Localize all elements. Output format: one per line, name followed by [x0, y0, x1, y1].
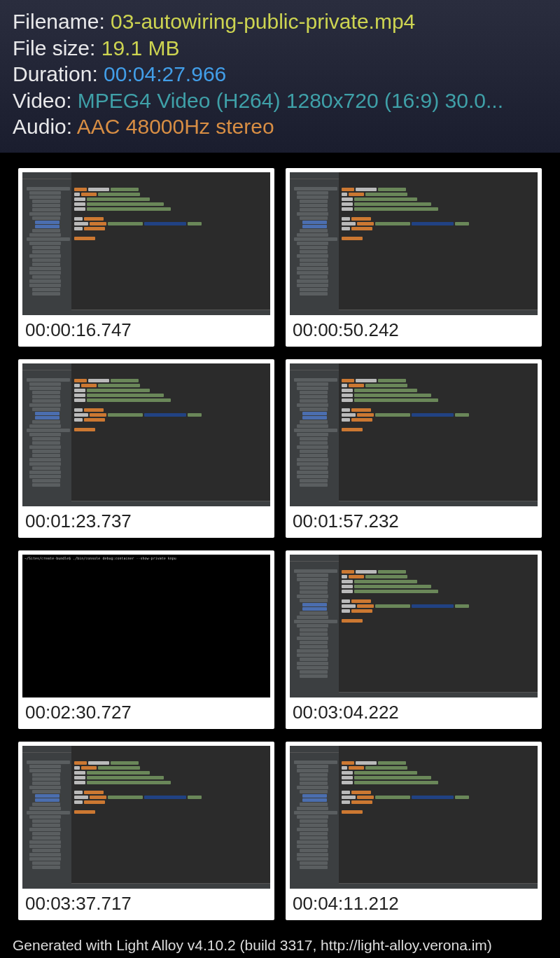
thumbnail-card[interactable]: 00:03:37.717: [18, 742, 274, 920]
duration-label: Duration:: [13, 62, 104, 85]
filename-label: Filename:: [13, 10, 111, 33]
thumbnail-image: [290, 172, 538, 315]
footer-text: Generated with Light Alloy v4.10.2 (buil…: [0, 927, 560, 954]
thumbnail-card[interactable]: 00:00:50.242: [286, 168, 542, 347]
thumbnail-card[interactable]: 00:04:11.212: [286, 742, 542, 920]
thumbnail-image: [290, 746, 538, 889]
video-row: Video: MPEG4 Video (H264) 1280x720 (16:9…: [13, 88, 547, 114]
thumbnail-image: [290, 363, 538, 506]
filename-value: 03-autowiring-public-private.mp4: [111, 10, 415, 33]
thumbnail-card[interactable]: ~/Sites/create-bundle$ ./bin/console deb…: [18, 550, 274, 729]
thumbnail-timestamp: 00:02:30.727: [18, 697, 274, 729]
duration-row: Duration: 00:04:27.966: [13, 61, 547, 88]
audio-label: Audio:: [13, 115, 77, 138]
terminal-line: ~/Sites/create-bundle$ ./bin/console deb…: [22, 555, 270, 562]
audio-value: AAC 48000Hz stereo: [77, 115, 274, 138]
filename-row: Filename: 03-autowiring-public-private.m…: [13, 8, 547, 35]
thumbnail-timestamp: 00:00:16.747: [18, 315, 274, 347]
thumbnail-timestamp: 00:01:57.232: [286, 506, 542, 538]
filesize-label: File size:: [13, 36, 102, 60]
duration-value: 00:04:27.966: [104, 62, 226, 85]
thumbnail-image: [22, 172, 270, 315]
video-label: Video:: [13, 89, 78, 112]
thumbnail-grid: 00:00:16.74700:00:50.24200:01:23.73700:0…: [0, 153, 560, 927]
file-info-panel: Filename: 03-autowiring-public-private.m…: [0, 0, 560, 153]
filesize-value: 19.1 MB: [102, 36, 180, 60]
thumbnail-image: [22, 746, 270, 889]
thumbnail-timestamp: 00:00:50.242: [286, 315, 542, 347]
filesize-row: File size: 19.1 MB: [13, 35, 547, 62]
thumbnail-card[interactable]: 00:01:23.737: [18, 359, 274, 538]
thumbnail-timestamp: 00:01:23.737: [18, 506, 274, 538]
thumbnail-timestamp: 00:03:37.717: [18, 889, 274, 920]
video-value: MPEG4 Video (H264) 1280x720 (16:9) 30.0.…: [78, 89, 503, 112]
thumbnail-card[interactable]: 00:01:57.232: [286, 359, 542, 538]
thumbnail-image: [22, 363, 270, 506]
thumbnail-card[interactable]: 00:00:16.747: [18, 168, 274, 347]
audio-row: Audio: AAC 48000Hz stereo: [13, 113, 547, 140]
thumbnail-image: ~/Sites/create-bundle$ ./bin/console deb…: [22, 555, 270, 697]
thumbnail-timestamp: 00:04:11.212: [286, 889, 542, 920]
thumbnail-timestamp: 00:03:04.222: [286, 697, 542, 729]
thumbnail-card[interactable]: 00:03:04.222: [286, 550, 542, 729]
thumbnail-image: [290, 555, 538, 697]
